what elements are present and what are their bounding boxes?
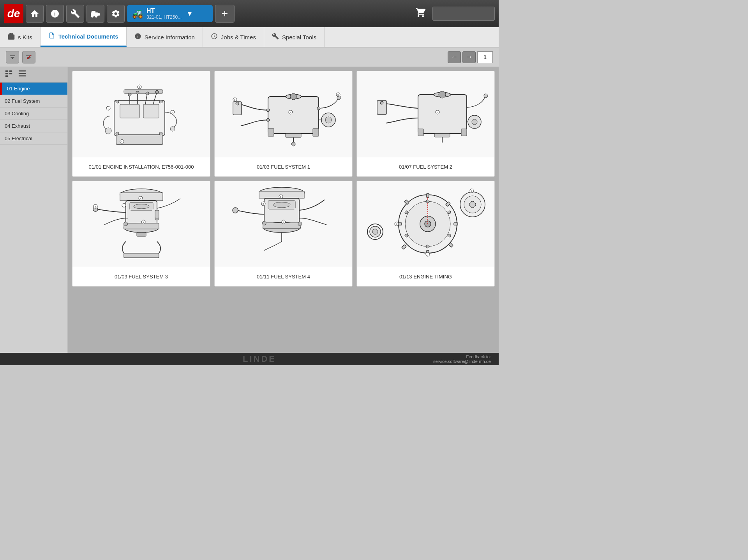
svg-point-132 xyxy=(405,234,408,237)
svg-point-2 xyxy=(95,15,97,18)
diagram-label-fuel2: 01/07 FUEL SYSTEM 2 xyxy=(357,157,494,176)
svg-point-40 xyxy=(170,127,175,131)
pagination: ← → 1 xyxy=(448,51,493,63)
svg-point-142 xyxy=(372,229,378,234)
tools-button[interactable] xyxy=(66,5,84,23)
vehicle-type: HT xyxy=(146,7,182,14)
tab-jobs[interactable]: Jobs & Times xyxy=(203,27,264,47)
diagram-card-carb2[interactable]: 1 2 3 01/11 FUEL SYSTEM 4 xyxy=(214,181,353,287)
nav-tabs: s Kits Technical Documents Service Infor… xyxy=(0,27,499,48)
diagram-card-engine[interactable]: 1 2 3 4 xyxy=(72,71,210,177)
svg-rect-70 xyxy=(418,129,423,136)
svg-point-54 xyxy=(266,118,270,122)
svg-rect-15 xyxy=(120,104,139,118)
filter-button[interactable] xyxy=(6,51,19,63)
svg-point-128 xyxy=(426,200,429,203)
svg-point-126 xyxy=(469,201,476,208)
svg-point-131 xyxy=(426,245,429,248)
svg-point-36 xyxy=(159,100,162,103)
sidebar-list: 01 Engine 02 Fuel System 03 Cooling 04 E… xyxy=(0,83,67,353)
diagram-label-timing: 01/13 ENGINE TIMING xyxy=(357,267,494,286)
svg-rect-12 xyxy=(19,73,26,74)
diagram-image-engine: 1 2 3 4 xyxy=(72,71,210,157)
svg-point-57 xyxy=(291,142,295,146)
diagrams-grid: 1 2 3 4 xyxy=(68,67,499,353)
tab-tools[interactable]: Special Tools xyxy=(264,27,325,47)
svg-rect-62 xyxy=(418,95,467,134)
vehicle-filter-icon[interactable]: ▼ xyxy=(185,10,195,18)
tab-service-label: Service Information xyxy=(145,34,195,41)
kits-icon xyxy=(8,33,15,42)
prev-page-button[interactable]: ← xyxy=(448,51,461,63)
svg-point-93 xyxy=(124,222,128,226)
svg-rect-72 xyxy=(434,134,450,137)
tab-kits[interactable]: s Kits xyxy=(0,27,41,47)
sidebar-item-fuel[interactable]: 02 Fuel System xyxy=(0,95,67,107)
home-button[interactable] xyxy=(26,5,44,23)
sidebar: 01 Engine 02 Fuel System 03 Cooling 04 E… xyxy=(0,67,68,353)
svg-rect-82 xyxy=(137,232,146,236)
bottom-bar: LINDE Feedback to: service.software@lind… xyxy=(0,353,499,365)
jobs-icon xyxy=(211,33,218,42)
diagram-card-timing[interactable]: 1 2 3 01/13 ENGINE TIMING xyxy=(356,181,495,287)
add-button[interactable]: + xyxy=(215,5,235,23)
diagram-label-carb2: 01/11 FUEL SYSTEM 4 xyxy=(215,267,352,286)
svg-rect-6 xyxy=(5,70,8,72)
tab-tools-label: Special Tools xyxy=(282,34,316,41)
svg-point-74 xyxy=(472,119,477,125)
vehicle-selector[interactable]: 🚜 HT 321-01, HT250... ▼ xyxy=(127,5,213,22)
diagram-card-fuel2[interactable]: 1 01/07 FUEL SYSTEM 2 xyxy=(356,71,495,177)
sidebar-item-electrical[interactable]: 05 Electrical xyxy=(0,132,67,145)
diagram-card-carb[interactable]: 1 2 3 4 01/09 FU xyxy=(72,181,210,287)
sidebar-item-engine[interactable]: 01 Engine xyxy=(0,83,67,95)
svg-rect-10 xyxy=(9,73,12,74)
diagram-label-carb: 01/09 FUEL SYSTEM 3 xyxy=(72,267,210,286)
tab-jobs-label: Jobs & Times xyxy=(221,34,256,41)
svg-rect-58 xyxy=(268,129,274,136)
cart-button[interactable] xyxy=(411,7,430,21)
svg-point-67 xyxy=(484,94,488,98)
svg-rect-16 xyxy=(143,104,159,118)
svg-rect-11 xyxy=(19,70,26,72)
sidebar-item-cooling[interactable]: 03 Cooling xyxy=(0,107,67,120)
svg-point-110 xyxy=(298,222,302,226)
info-button[interactable] xyxy=(46,5,64,23)
svg-point-24 xyxy=(146,92,149,95)
next-page-button[interactable]: → xyxy=(462,51,476,63)
svg-point-1 xyxy=(91,15,94,18)
svg-point-43 xyxy=(290,93,296,100)
filter-bar: ← → 1 xyxy=(0,48,499,67)
svg-rect-3 xyxy=(98,13,100,16)
sidebar-item-exhaust[interactable]: 04 Exhaust xyxy=(0,120,67,132)
svg-rect-81 xyxy=(124,223,159,229)
search-box[interactable] xyxy=(432,7,495,21)
diagram-card-fuel1[interactable]: 1 2 3 xyxy=(214,71,353,177)
technical-icon xyxy=(48,32,55,41)
svg-point-55 xyxy=(317,107,320,110)
svg-rect-119 xyxy=(454,223,458,225)
svg-rect-95 xyxy=(124,253,159,258)
bottom-center-text: LINDE xyxy=(243,354,276,364)
tab-kits-label: s Kits xyxy=(18,34,32,41)
svg-rect-122 xyxy=(401,245,406,249)
tab-service[interactable]: Service Information xyxy=(127,27,203,47)
vehicle-button[interactable] xyxy=(86,5,104,23)
svg-point-103 xyxy=(233,208,238,213)
linde-logo: de xyxy=(4,4,23,23)
clear-filter-button[interactable] xyxy=(22,51,35,63)
svg-point-45 xyxy=(236,102,239,105)
svg-rect-59 xyxy=(313,129,319,136)
svg-point-129 xyxy=(448,211,451,214)
svg-rect-102 xyxy=(263,223,300,229)
tab-technical[interactable]: Technical Documents xyxy=(41,27,127,47)
svg-point-23 xyxy=(136,91,139,94)
svg-rect-71 xyxy=(461,129,467,136)
svg-point-22 xyxy=(128,93,131,96)
svg-point-39 xyxy=(105,128,111,134)
service-icon xyxy=(134,33,141,42)
collapse-tree-button[interactable] xyxy=(3,69,15,81)
settings-button[interactable] xyxy=(107,5,125,23)
expand-tree-button[interactable] xyxy=(16,69,28,81)
svg-point-64 xyxy=(439,91,446,98)
svg-rect-9 xyxy=(9,70,12,72)
